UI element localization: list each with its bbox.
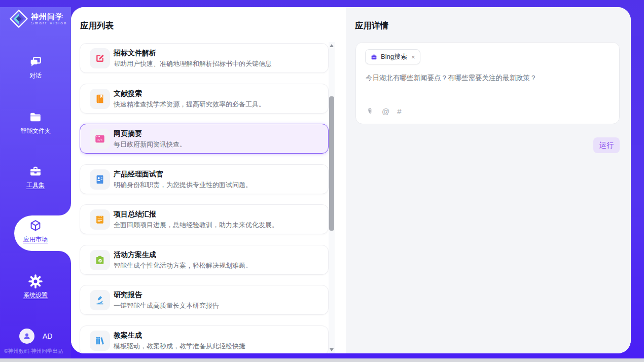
app-name: 项目总结汇报	[114, 210, 156, 219]
avatar	[19, 329, 34, 344]
sidebar: 神州问学 Smart Vision 对话 智能文件夹	[0, 7, 71, 358]
sidebar-item-label: 工具集	[0, 181, 71, 190]
svg-text:</>: </>	[97, 138, 103, 141]
sidebar-item-label: 系统设置	[0, 291, 71, 300]
person-icon	[22, 331, 32, 341]
chip-label: Bing搜索	[381, 52, 407, 61]
notepad-icon	[90, 209, 110, 230]
app-desc: 明确身份和职责，为您提供专业性的面试问题。	[114, 180, 252, 190]
app-root: 神州问学 Smart Vision 对话 智能文件夹	[0, 0, 644, 362]
at-icon[interactable]: @	[382, 107, 389, 116]
app-name: 网页摘要	[114, 129, 142, 138]
document-edit-icon	[90, 48, 110, 68]
app-desc: 帮助用户快速、准确地理解和解析招标书中的关键信息	[114, 59, 272, 68]
query-text: 今日湖北有哪些新闻要点？有哪些需要关注的最新政策？	[366, 73, 609, 83]
app-card-literature-search[interactable]: 文献搜索 快速精准查找学术资源，提高研究效率的必备工具。	[80, 84, 329, 114]
app-detail-title: 应用详情	[355, 20, 388, 31]
app-card-pm-interviewer[interactable]: 产品经理面试官 明确身份和职责，为您提供专业性的面试问题。	[80, 164, 329, 194]
app-desc: 每日政府新闻资讯快查。	[114, 140, 186, 149]
paperclip-icon[interactable]	[366, 107, 374, 116]
scroll-up-arrow-icon[interactable]	[330, 44, 334, 47]
chat-icon	[28, 55, 43, 69]
app-card-research-report[interactable]: 研究报告 一键智能生成高质量长文本研究报告	[80, 285, 329, 315]
user-account[interactable]: AD	[19, 329, 52, 344]
microscope-icon	[90, 290, 110, 310]
folder-icon	[28, 110, 43, 124]
gear-icon	[28, 274, 43, 288]
scrollbar-thumb[interactable]	[329, 96, 334, 231]
input-toolbar: @ #	[366, 107, 402, 116]
app-card-lesson-plan[interactable]: 教案生成 模板驱动，教案秒成，教学准备从此轻松快捷	[80, 325, 329, 354]
browser-code-icon: </>	[90, 129, 110, 149]
brand-name: 神州问学	[31, 12, 67, 21]
app-name: 研究报告	[114, 291, 142, 300]
run-button[interactable]: 运行	[593, 137, 620, 153]
tool-chip-bing-search[interactable]: Bing搜索 ×	[365, 49, 420, 64]
user-initials: AD	[43, 332, 52, 340]
app-desc: 全面回顾项目进展，总结经验教训，助力未来优化发展。	[114, 221, 278, 230]
list-scrollbar[interactable]	[329, 42, 335, 353]
app-name: 产品经理面试官	[114, 170, 163, 179]
sidebar-item-toolset[interactable]: 工具集	[0, 164, 71, 190]
resume-icon	[90, 169, 110, 190]
sidebar-item-label: 智能文件夹	[0, 127, 71, 135]
app-name: 活动方案生成	[114, 250, 156, 260]
app-list-title: 应用列表	[80, 20, 114, 31]
hash-icon[interactable]: #	[397, 107, 401, 116]
scroll-down-arrow-icon[interactable]	[330, 348, 334, 351]
app-name: 教案生成	[114, 331, 142, 340]
diamond-logo-icon	[9, 9, 28, 28]
cube-icon	[28, 219, 43, 233]
briefcase-icon	[370, 53, 378, 61]
app-detail-panel: 应用详情 Bing搜索 × 今日湖北有哪些新闻要点？有哪些需要关注的最新政策？ …	[346, 7, 631, 353]
app-card-web-summary[interactable]: </> 网页摘要 每日政府新闻资讯快查。	[80, 124, 329, 154]
brand-tagline: Smart Vision	[31, 21, 67, 25]
app-desc: 智能生成个性化活动方案，轻松解决规划难题。	[114, 261, 252, 270]
app-desc: 一键智能生成高质量长文本研究报告	[114, 301, 219, 310]
copyright-text: ©神州数码·神州问学出品	[4, 348, 70, 355]
book-icon	[90, 89, 110, 109]
app-card-event-plan[interactable]: 活动方案生成 智能生成个性化活动方案，轻松解决规划难题。	[80, 245, 329, 275]
query-input-card[interactable]: Bing搜索 × 今日湖北有哪些新闻要点？有哪些需要关注的最新政策？ @ #	[355, 42, 620, 124]
toolbox-icon	[28, 164, 43, 178]
app-list: 招标文件解析 帮助用户快速、准确地理解和解析招标书中的关键信息 文献搜索 快速精…	[80, 42, 329, 353]
sidebar-item-app-market[interactable]: 应用市场	[0, 219, 71, 244]
sidebar-item-label: 应用市场	[0, 235, 71, 244]
sidebar-item-chat[interactable]: 对话	[0, 55, 71, 80]
app-list-panel: 应用列表 招标文件解析 帮助用户快速、准确地理解和解析招标书中的关键信息	[71, 7, 346, 353]
sidebar-item-label: 对话	[0, 71, 71, 80]
sidebar-item-settings[interactable]: 系统设置	[0, 274, 71, 300]
app-card-tender-analysis[interactable]: 招标文件解析 帮助用户快速、准确地理解和解析招标书中的关键信息	[80, 43, 329, 73]
app-desc: 模板驱动，教案秒成，教学准备从此轻松快捷	[114, 342, 245, 351]
brand-logo: 神州问学 Smart Vision	[9, 9, 67, 28]
sidebar-item-smart-folder[interactable]: 智能文件夹	[0, 110, 71, 135]
clipboard-check-icon	[90, 250, 110, 270]
chip-close-icon[interactable]: ×	[411, 53, 415, 61]
app-name: 招标文件解析	[114, 49, 156, 58]
content-window: 应用列表 招标文件解析 帮助用户快速、准确地理解和解析招标书中的关键信息	[71, 7, 631, 353]
app-card-project-summary[interactable]: 项目总结汇报 全面回顾项目进展，总结经验教训，助力未来优化发展。	[80, 204, 329, 234]
books-icon	[90, 331, 110, 351]
app-name: 文献搜索	[114, 89, 142, 98]
app-desc: 快速精准查找学术资源，提高研究效率的必备工具。	[114, 100, 265, 109]
